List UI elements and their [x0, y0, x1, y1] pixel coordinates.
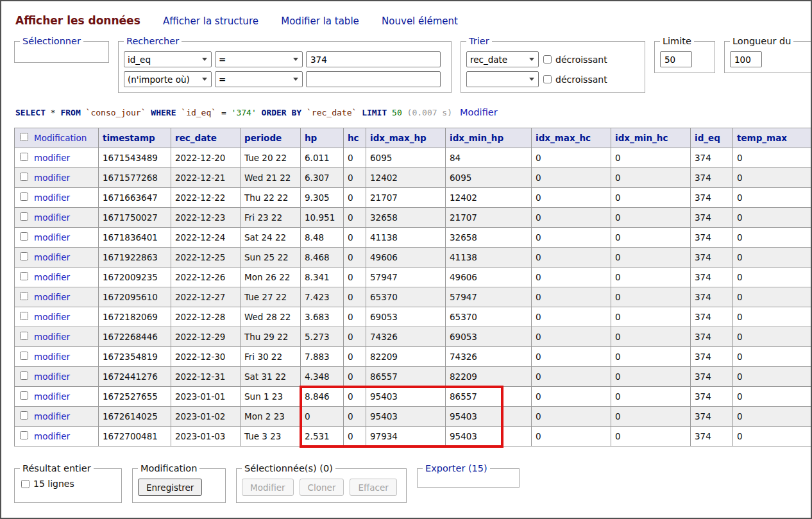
text-length-input[interactable] [730, 51, 762, 67]
cell-idx_min_hp: 12402 [446, 188, 532, 208]
row-modify-link[interactable]: modifier [34, 292, 70, 302]
nav-show-structure[interactable]: Afficher la structure [163, 15, 258, 27]
top-navigation: Afficher les données Afficher la structu… [15, 14, 811, 27]
row-checkbox[interactable] [20, 431, 28, 439]
row-checkbox[interactable] [20, 252, 28, 260]
cell-hp: 10.951 [301, 208, 344, 228]
export-legend-link[interactable]: Exporter (15) [425, 463, 487, 473]
search-operator-select[interactable]: = [215, 51, 303, 67]
column-sort-link-periode[interactable]: periode [244, 133, 282, 143]
row-checkbox[interactable] [20, 272, 28, 280]
row-checkbox[interactable] [20, 232, 28, 241]
cell-idx_min_hp: 65370 [446, 307, 532, 327]
cell-hc: 0 [344, 168, 366, 188]
column-sort-link-hp[interactable]: hp [305, 133, 317, 143]
cell-rec_date: 2023-01-02 [171, 407, 241, 427]
cell-id_eq: 374 [691, 248, 733, 268]
cell-id_eq: 374 [691, 168, 733, 188]
cell-periode: Wed 28 22 [241, 307, 301, 327]
search-column-select-2[interactable]: (n'importe où) [124, 71, 212, 87]
row-checkbox[interactable] [20, 212, 28, 221]
row-modify-link[interactable]: modifier [34, 371, 70, 382]
save-button[interactable]: Enregistrer [138, 479, 202, 496]
select-all-checkbox[interactable] [20, 133, 28, 141]
row-checkbox[interactable] [20, 292, 28, 300]
row-checkbox[interactable] [20, 332, 28, 340]
row-modify-link[interactable]: modifier [34, 192, 70, 203]
row-modify-link[interactable]: modifier [34, 352, 70, 362]
cell-idx_min_hc: 0 [611, 228, 691, 248]
cell-hc: 0 [344, 287, 366, 307]
sql-edit-link[interactable]: Modifier [460, 107, 498, 117]
row-checkbox[interactable] [20, 192, 28, 201]
sort-legend-link[interactable]: Trier [469, 36, 489, 46]
row-checkbox[interactable] [20, 371, 28, 380]
row-modify-link[interactable]: modifier [34, 431, 70, 441]
search-value-input-2[interactable] [306, 71, 441, 87]
row-modify-link[interactable]: modifier [34, 232, 70, 242]
cell-idx_max_hp: 86557 [366, 367, 446, 387]
row-modify-link[interactable]: modifier [34, 272, 70, 282]
sort-desc-label-1[interactable]: décroissant [542, 55, 607, 65]
delete-selected-button[interactable]: Effacer [350, 479, 396, 496]
row-checkbox[interactable] [20, 352, 28, 360]
column-sort-link-hc[interactable]: hc [348, 133, 359, 143]
sort-desc-label-2[interactable]: décroissant [542, 74, 607, 85]
sort-desc-checkbox-2[interactable] [543, 75, 552, 83]
column-sort-link-id_eq[interactable]: id_eq [695, 133, 720, 143]
cell-hc: 0 [344, 208, 366, 228]
sort-desc-checkbox-1[interactable] [543, 55, 552, 64]
clone-selected-button[interactable]: Cloner [300, 479, 344, 496]
cell-idx_max_hc: 0 [532, 268, 611, 287]
sort-column-select-2[interactable] [466, 71, 539, 87]
row-checkbox[interactable] [20, 411, 28, 420]
column-sort-link-timestamp[interactable]: timestamp [103, 133, 155, 143]
row-checkbox[interactable] [20, 312, 28, 320]
edit-selected-button[interactable]: Modifier [242, 479, 294, 496]
column-sort-link-idx_max_hc[interactable]: idx_max_hc [536, 133, 591, 143]
row-modify-link[interactable]: modifier [34, 173, 70, 183]
header-row: Modification timestamprec_dateperiodehph… [15, 128, 812, 148]
cell-hc: 0 [344, 307, 366, 327]
cell-rec_date: 2022-12-24 [171, 228, 241, 248]
row-modify-link[interactable]: modifier [34, 153, 70, 163]
column-sort-link-idx_min_hc[interactable]: idx_min_hc [615, 133, 668, 143]
cell-idx_min_hc: 0 [611, 387, 691, 407]
column-sort-link-idx_max_hp[interactable]: idx_max_hp [370, 133, 427, 143]
search-operator-select-2[interactable]: = [215, 71, 303, 87]
sql-token-muted: (0.007 s) [402, 108, 452, 117]
row-modify-link[interactable]: modifier [34, 332, 70, 342]
row-modify-link[interactable]: modifier [34, 212, 70, 223]
search-value-input[interactable] [306, 51, 441, 67]
column-sort-link-idx_min_hp[interactable]: idx_min_hp [450, 133, 503, 143]
row-modify-link[interactable]: modifier [34, 391, 70, 402]
limit-input[interactable] [660, 51, 692, 67]
row-checkbox[interactable] [20, 391, 28, 400]
cell-periode: Tue 27 22 [241, 287, 301, 307]
search-legend-link[interactable]: Rechercher [126, 36, 179, 46]
nav-show-data[interactable]: Afficher les données [15, 14, 140, 27]
row-modify-link[interactable]: modifier [34, 411, 70, 421]
cell-rec_date: 2022-12-25 [171, 248, 241, 268]
search-column-select[interactable]: id_eq [124, 51, 212, 67]
cell-idx_min_hc: 0 [611, 427, 691, 447]
select-columns-legend-link[interactable]: Sélectionner [22, 36, 81, 46]
whole-result-label[interactable]: 15 lignes [20, 479, 74, 489]
whole-result-checkbox[interactable] [21, 480, 30, 488]
column-sort-link-rec_date[interactable]: rec_date [175, 133, 217, 143]
nav-new-item[interactable]: Nouvel élément [382, 15, 458, 27]
row-modify-link[interactable]: modifier [34, 312, 70, 322]
nav-alter-table[interactable]: Modifier la table [281, 15, 359, 27]
sql-token-plain: * [46, 108, 60, 117]
column-sort-link-temp_max[interactable]: temp_max [737, 133, 787, 143]
cell-idx_min_hc: 0 [611, 208, 691, 228]
cell-hc: 0 [344, 367, 366, 387]
modification-header-link[interactable]: Modification [34, 133, 87, 143]
row-checkbox[interactable] [20, 153, 28, 161]
cell-id_eq: 374 [691, 268, 733, 287]
row-modify-link[interactable]: modifier [34, 252, 70, 262]
sort-desc-text-2: décroissant [555, 74, 607, 85]
cell-id_eq: 374 [691, 307, 733, 327]
row-checkbox[interactable] [20, 173, 28, 181]
sort-column-select[interactable]: rec_date [466, 51, 539, 67]
